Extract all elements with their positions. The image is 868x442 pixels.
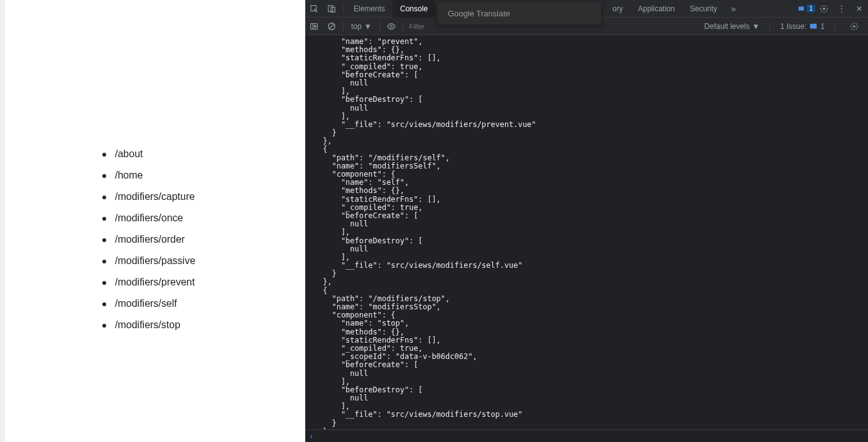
device-toggle-icon[interactable] [323, 0, 340, 18]
separator [403, 21, 403, 31]
separator [769, 21, 770, 31]
context-selector[interactable]: top ▼ [346, 22, 377, 31]
route-link[interactable]: /modifiers/prevent [102, 277, 195, 288]
inspect-icon[interactable] [305, 0, 323, 18]
console-prompt[interactable]: › [305, 429, 868, 442]
console-settings-icon[interactable] [845, 18, 863, 35]
route-link[interactable]: /modifiers/capture [102, 191, 195, 202]
route-link[interactable]: /modifiers/once [102, 213, 195, 224]
issues-icon[interactable]: 1 [798, 0, 815, 18]
route-link[interactable]: /home [102, 170, 195, 181]
tab-memory-partial[interactable]: ory [605, 0, 631, 18]
close-icon[interactable]: ✕ [850, 0, 868, 18]
separator [835, 21, 835, 31]
tab-security[interactable]: Security [682, 0, 724, 18]
settings-icon[interactable] [815, 0, 833, 18]
svg-marker-7 [315, 25, 317, 28]
page-content: /about /home /modifiers/capture /modifie… [0, 0, 305, 442]
kebab-menu-icon[interactable]: ⋮ [833, 0, 850, 18]
issues-count: 1 [820, 22, 825, 31]
issues-label: 1 Issue: [780, 22, 806, 31]
log-levels-selector[interactable]: Default levels ▼ [704, 22, 759, 31]
route-link[interactable]: /modifiers/passive [102, 255, 195, 267]
console-output[interactable]: "name": "prevent", "methods": {}, "stati… [305, 35, 868, 429]
chevron-down-icon: ▼ [752, 22, 759, 31]
levels-label: Default levels [704, 22, 749, 31]
devtools-panel: Elements Console ory Application Securit… [305, 0, 868, 442]
route-list: /about /home /modifiers/capture /modifie… [102, 148, 195, 341]
svg-line-9 [330, 24, 334, 28]
svg-point-12 [853, 25, 855, 28]
chevron-down-icon: ▼ [364, 22, 372, 31]
issues-summary[interactable]: 1 Issue: 1 [780, 22, 825, 31]
route-link[interactable]: /modifiers/stop [102, 319, 195, 331]
separator [343, 4, 344, 14]
google-translate-tooltip: Google Translate [438, 3, 601, 25]
tab-console[interactable]: Console [393, 0, 435, 18]
tab-elements[interactable]: Elements [346, 0, 393, 18]
svg-point-4 [823, 8, 825, 10]
eye-icon[interactable] [382, 18, 400, 35]
route-link[interactable]: /about [102, 148, 195, 160]
separator [343, 21, 344, 31]
tab-application[interactable]: Application [631, 0, 683, 18]
route-link[interactable]: /modifiers/order [102, 234, 195, 245]
svg-rect-1 [328, 5, 333, 11]
separator [379, 21, 380, 31]
svg-rect-3 [798, 6, 804, 10]
route-link[interactable]: /modifiers/self [102, 298, 195, 309]
sidebar-toggle-icon[interactable] [305, 18, 323, 35]
svg-rect-11 [810, 23, 817, 28]
issues-count-badge: 1 [806, 4, 815, 13]
more-tabs-icon[interactable]: » [725, 0, 742, 18]
prompt-arrow-icon: › [309, 432, 313, 441]
context-label: top [351, 22, 362, 31]
clear-console-icon[interactable] [323, 18, 340, 35]
svg-point-10 [390, 25, 393, 28]
